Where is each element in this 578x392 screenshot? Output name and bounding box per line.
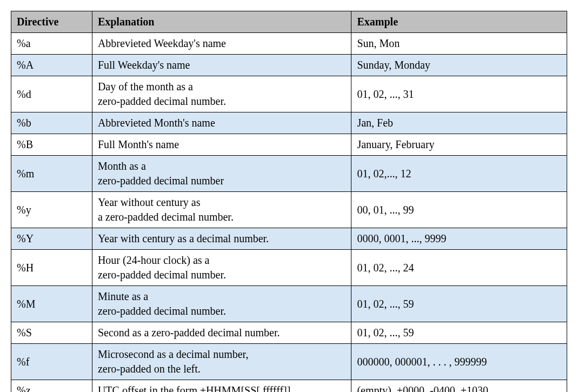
cell-example: 01, 02, ..., 24 <box>351 250 567 286</box>
table-row: %mMonth as azero-padded decimal number01… <box>11 156 567 192</box>
cell-example: Sunday, Monday <box>351 55 567 76</box>
cell-example: Sun, Mon <box>351 33 567 55</box>
table-row: %YYear with century as a decimal number.… <box>11 228 567 250</box>
cell-example: Jan, Feb <box>351 112 567 134</box>
cell-explanation: Year without century asa zero-padded dec… <box>92 192 351 228</box>
cell-explanation: Year with century as a decimal number. <box>92 228 351 250</box>
table-row: %SSecond as a zero-padded decimal number… <box>11 322 567 344</box>
cell-example: (empty), +0000, -0400, +1030 <box>351 380 567 393</box>
cell-explanation: Hour (24-hour clock) as azero-padded dec… <box>92 250 351 286</box>
cell-example: January, February <box>351 134 567 156</box>
table-header: Directive Explanation Example <box>11 11 567 33</box>
table-row: %yYear without century asa zero-padded d… <box>11 192 567 228</box>
cell-example: 01, 02, ..., 31 <box>351 76 567 112</box>
table-row: %aAbbrevieted Weekday's nameSun, Mon <box>11 33 567 55</box>
cell-explanation: UTC offset in the form ±HHMM[SS[.ffffff]… <box>92 380 351 393</box>
cell-explanation: Full Month's name <box>92 134 351 156</box>
table-row: %fMicrosecond as a decimal number,zero-p… <box>11 344 567 380</box>
header-directive: Directive <box>11 11 92 33</box>
cell-example: 000000, 000001, . . . , 999999 <box>351 344 567 380</box>
cell-directive: %z <box>11 380 92 393</box>
cell-directive: %f <box>11 344 92 380</box>
cell-example: 00, 01, ..., 99 <box>351 192 567 228</box>
cell-directive: %M <box>11 286 92 322</box>
header-explanation: Explanation <box>92 11 351 33</box>
cell-directive: %y <box>11 192 92 228</box>
table-row: %MMinute as azero-padded decimal number.… <box>11 286 567 322</box>
cell-directive: %A <box>11 55 92 76</box>
cell-example: 01, 02, ..., 59 <box>351 322 567 344</box>
cell-directive: %b <box>11 112 92 134</box>
table-body: %aAbbrevieted Weekday's nameSun, Mon%AFu… <box>11 33 567 393</box>
cell-explanation: Full Weekday's name <box>92 55 351 76</box>
cell-directive: %m <box>11 156 92 192</box>
cell-explanation: Abbrevieted Weekday's name <box>92 33 351 55</box>
directives-table: Directive Explanation Example %aAbbrevie… <box>11 11 567 392</box>
cell-explanation: Abbrevieted Month's name <box>92 112 351 134</box>
table-row: %HHour (24-hour clock) as azero-padded d… <box>11 250 567 286</box>
header-example: Example <box>351 11 567 33</box>
cell-directive: %a <box>11 33 92 55</box>
table-row: %zUTC offset in the form ±HHMM[SS[.fffff… <box>11 380 567 393</box>
cell-explanation: Minute as azero-padded decimal number. <box>92 286 351 322</box>
table-row: %BFull Month's nameJanuary, February <box>11 134 567 156</box>
cell-example: 01, 02,..., 12 <box>351 156 567 192</box>
table-row: %dDay of the month as azero-padded decim… <box>11 76 567 112</box>
cell-directive: %B <box>11 134 92 156</box>
table-row: %AFull Weekday's nameSunday, Monday <box>11 55 567 76</box>
cell-directive: %S <box>11 322 92 344</box>
cell-explanation: Month as azero-padded decimal number <box>92 156 351 192</box>
cell-directive: %d <box>11 76 92 112</box>
cell-explanation: Second as a zero-padded decimal number. <box>92 322 351 344</box>
cell-directive: %H <box>11 250 92 286</box>
cell-explanation: Day of the month as azero-padded decimal… <box>92 76 351 112</box>
cell-example: 0000, 0001, ..., 9999 <box>351 228 567 250</box>
cell-directive: %Y <box>11 228 92 250</box>
cell-explanation: Microsecond as a decimal number,zero-pad… <box>92 344 351 380</box>
cell-example: 01, 02, ..., 59 <box>351 286 567 322</box>
table-row: %bAbbrevieted Month's nameJan, Feb <box>11 112 567 134</box>
